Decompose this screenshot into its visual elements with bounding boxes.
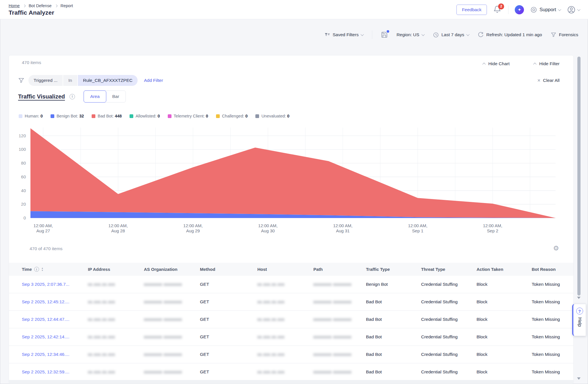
svg-text:60: 60 — [21, 174, 26, 179]
legend-item-telemetry-client[interactable]: Telemetry Client: 0 — [168, 114, 208, 118]
legend-item-allowlisted[interactable]: Allowlisted: 0 — [130, 114, 160, 118]
redacted-host: xx.xxx.xx.xxx — [257, 300, 285, 304]
breadcrumb-separator-icon — [55, 4, 57, 7]
table-body: Sep 3 2025, 2:07:36.7...xx.xxx.xx.xxxxxx… — [9, 276, 573, 381]
save-filter-button[interactable] — [381, 31, 388, 38]
svg-text:100: 100 — [19, 147, 26, 152]
redacted-host: xx.xxx.xx.xxx — [257, 317, 285, 322]
breadcrumb-report[interactable]: Report — [61, 3, 73, 8]
svg-text:12:00 AM,: 12:00 AM, — [258, 223, 278, 228]
hide-chart-toggle[interactable]: Hide Chart — [483, 61, 510, 66]
add-filter-button[interactable]: Add Filter — [144, 78, 163, 83]
refresh-label: Refresh: Updated 1 min ago — [486, 32, 542, 37]
legend-item-benign-bot[interactable]: Benign Bot: 32 — [51, 114, 84, 118]
column-header-threat-type[interactable]: Threat Type — [421, 267, 477, 272]
filter-value[interactable]: Rule_CB_AFXXXTZPEC — [78, 75, 138, 86]
horizontal-scrollbar-track[interactable] — [9, 380, 573, 384]
legend-item-unevaluated[interactable]: Unevaluated: 0 — [255, 114, 290, 118]
svg-text:Aug 29: Aug 29 — [186, 228, 200, 233]
filter-operator[interactable]: In — [63, 75, 77, 86]
hide-filter-toggle[interactable]: Hide Filter — [534, 61, 560, 66]
notifications-bell[interactable]: 2 — [493, 5, 502, 14]
area-series-bad-bot — [30, 128, 556, 218]
saved-filters-dropdown[interactable]: Saved Filters — [324, 32, 363, 37]
support-menu[interactable]: Support — [530, 6, 561, 13]
row-time-link[interactable]: Sep 2 2025, 12:45:12.... — [22, 299, 69, 304]
redacted-path: xxxxxxxx xxxxxxxx — [313, 300, 352, 304]
region-selector[interactable]: Region: US — [396, 32, 424, 37]
legend-item-bad-bot[interactable]: Bad Bot: 448 — [92, 114, 122, 118]
report-toolbar: Saved Filters Region: US Last 7 days Ref… — [324, 30, 578, 39]
active-filter-chip[interactable]: Triggered ... In Rule_CB_AFXXXTZPEC — [28, 75, 138, 86]
breadcrumb-home[interactable]: Home — [9, 3, 20, 8]
traffic-analyzer-page: { "header": { "breadcrumb": ["Home", "Bo… — [0, 0, 588, 384]
table-row: Sep 2 2025, 12:42:14....xx.xxx.xx.xxxxxx… — [9, 328, 573, 346]
column-header-ip-address[interactable]: IP Address — [88, 267, 144, 272]
feedback-button[interactable]: Feedback — [456, 5, 487, 15]
chevron-down-icon — [421, 33, 425, 36]
column-header-host[interactable]: Host — [257, 267, 313, 272]
clear-all-button[interactable]: × Clear All — [537, 78, 560, 83]
hide-filter-label: Hide Filter — [539, 61, 560, 66]
ai-assistant-icon[interactable]: ✦ — [515, 5, 524, 14]
svg-text:12:00 AM,: 12:00 AM, — [183, 223, 203, 228]
column-header-method[interactable]: Method — [200, 267, 257, 272]
legend-item-human[interactable]: Human: 0 — [19, 114, 43, 118]
row-time-link[interactable]: Sep 2 2025, 12:34:46.... — [22, 352, 69, 357]
toggle-bar-button[interactable]: Bar — [106, 91, 126, 102]
traffic-area-chart[interactable]: 02040608010012012:00 AM,Aug 2712:00 AM,A… — [13, 126, 560, 240]
column-header-traffic-type[interactable]: Traffic Type — [366, 267, 421, 272]
vertical-scrollbar-thumb[interactable] — [577, 57, 581, 296]
sort-icon[interactable]: ▲▼ — [41, 267, 43, 272]
table-row: Sep 2 2025, 12:45:12....xx.xxx.xx.xxxxxx… — [9, 293, 573, 311]
scroll-down-arrow-icon[interactable] — [577, 377, 581, 380]
row-time-link[interactable]: Sep 2 2025, 12:44:47.... — [22, 317, 69, 322]
table-row: Sep 2 2025, 12:34:46....xx.xxx.xx.xxxxxx… — [9, 346, 573, 363]
row-traffic-type: Bad Bot — [366, 299, 421, 304]
redacted-as-organization: xxxxxxxx xxxxxxxx — [144, 370, 182, 374]
column-header-as-organization[interactable]: AS Organization — [144, 267, 200, 272]
redacted-host: xx.xxx.xx.xxx — [257, 335, 285, 339]
forensics-button[interactable]: Forensics — [551, 32, 578, 38]
column-header-path[interactable]: Path — [313, 267, 366, 272]
column-header-action-taken[interactable]: Action Taken — [477, 267, 532, 272]
column-header-time[interactable]: Timei▲▼ — [22, 267, 88, 272]
saved-filters-label: Saved Filters — [333, 32, 358, 37]
table-settings-gear-icon[interactable]: ⚙ — [553, 245, 559, 252]
column-header-bot-reason[interactable]: Bot Reason — [532, 267, 573, 272]
filter-field[interactable]: Triggered ... — [28, 75, 63, 86]
items-count: 470 items — [22, 60, 41, 65]
row-time-link[interactable]: Sep 2 2025, 12:42:14.... — [22, 334, 69, 339]
chart-header: Traffic Visualized i Area Bar — [18, 90, 126, 103]
scroll-down-arrow-icon[interactable] — [577, 297, 581, 299]
table-row: Sep 2 2025, 12:32:59....xx.xxx.xx.xxxxxx… — [9, 363, 573, 381]
row-action-taken: Block — [477, 299, 532, 304]
chevron-down-icon — [558, 7, 561, 11]
user-menu[interactable] — [567, 5, 580, 14]
info-icon[interactable]: i — [70, 94, 75, 99]
header-divider — [508, 5, 508, 14]
chevron-down-icon — [577, 7, 580, 11]
info-icon[interactable]: i — [34, 267, 39, 272]
chart-type-toggle: Area Bar — [84, 90, 126, 103]
redacted-ip: xx.xxx.xx.xxx — [88, 370, 115, 374]
refresh-button[interactable]: Refresh: Updated 1 min ago — [478, 32, 542, 38]
svg-text:12:00 AM,: 12:00 AM, — [408, 223, 427, 228]
svg-text:120: 120 — [19, 133, 26, 138]
chart-title[interactable]: Traffic Visualized — [18, 93, 65, 100]
time-range-selector[interactable]: Last 7 days — [433, 32, 469, 38]
forensics-label: Forensics — [559, 32, 578, 37]
legend-item-challenged[interactable]: Challenged: 0 — [216, 114, 248, 118]
page-title: Traffic Analyzer — [9, 9, 54, 16]
redacted-ip: xx.xxx.xx.xxx — [88, 317, 115, 322]
row-threat-type: Credential Stuffing — [421, 317, 477, 322]
row-traffic-type: Bad Bot — [366, 334, 421, 339]
redacted-ip: xx.xxx.xx.xxx — [88, 300, 115, 304]
row-time-link[interactable]: Sep 3 2025, 2:07:36.7... — [22, 282, 69, 287]
notification-badge: 2 — [498, 3, 504, 9]
breadcrumb-bot-defense[interactable]: Bot Defense — [29, 3, 52, 8]
refresh-icon — [478, 32, 484, 38]
help-tab[interactable]: ? Help — [572, 304, 586, 336]
row-time-link[interactable]: Sep 2 2025, 12:32:59.... — [22, 369, 69, 374]
toggle-area-button[interactable]: Area — [84, 90, 106, 103]
